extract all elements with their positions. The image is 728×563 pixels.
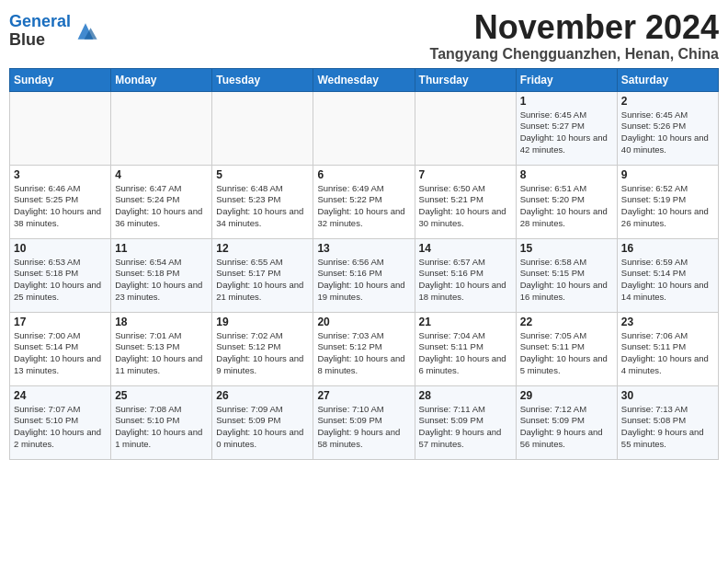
day-info: Sunrise: 6:52 AM Sunset: 5:19 PM Dayligh…: [621, 183, 714, 230]
day-number: 18: [115, 316, 208, 328]
day-info: Sunrise: 6:49 AM Sunset: 5:22 PM Dayligh…: [317, 183, 410, 230]
day-info: Sunrise: 6:46 AM Sunset: 5:25 PM Dayligh…: [14, 183, 107, 230]
day-info: Sunrise: 6:47 AM Sunset: 5:24 PM Dayligh…: [115, 183, 208, 230]
day-number: 30: [621, 389, 714, 402]
day-info: Sunrise: 7:03 AM Sunset: 5:12 PM Dayligh…: [317, 330, 410, 377]
day-number: 2: [621, 95, 714, 108]
day-number: 25: [115, 389, 208, 402]
day-number: 10: [14, 242, 107, 255]
calendar-cell: 22Sunrise: 7:05 AM Sunset: 5:11 PM Dayli…: [516, 312, 617, 385]
day-number: 13: [317, 242, 410, 255]
logo: General Blue: [9, 13, 98, 50]
day-number: 26: [216, 389, 309, 402]
calendar-cell: 7Sunrise: 6:50 AM Sunset: 5:21 PM Daylig…: [415, 165, 516, 238]
calendar-cell: 2Sunrise: 6:45 AM Sunset: 5:26 PM Daylig…: [617, 91, 718, 165]
weekday-header: Saturday: [617, 68, 718, 91]
day-number: 3: [14, 168, 107, 181]
day-info: Sunrise: 7:10 AM Sunset: 5:09 PM Dayligh…: [317, 404, 410, 451]
day-info: Sunrise: 7:06 AM Sunset: 5:11 PM Dayligh…: [621, 330, 714, 377]
calendar-cell: 13Sunrise: 6:56 AM Sunset: 5:16 PM Dayli…: [313, 238, 415, 312]
day-info: Sunrise: 7:11 AM Sunset: 5:09 PM Dayligh…: [419, 404, 512, 451]
day-info: Sunrise: 7:00 AM Sunset: 5:14 PM Dayligh…: [14, 330, 107, 377]
calendar-cell: 5Sunrise: 6:48 AM Sunset: 5:23 PM Daylig…: [212, 165, 313, 238]
day-info: Sunrise: 6:48 AM Sunset: 5:23 PM Dayligh…: [216, 183, 309, 230]
calendar-cell: 18Sunrise: 7:01 AM Sunset: 5:13 PM Dayli…: [111, 312, 212, 385]
day-number: 7: [419, 168, 512, 181]
day-info: Sunrise: 6:45 AM Sunset: 5:26 PM Dayligh…: [621, 109, 714, 156]
weekday-header: Sunday: [10, 68, 111, 91]
day-number: 16: [621, 242, 714, 255]
calendar-cell: 29Sunrise: 7:12 AM Sunset: 5:09 PM Dayli…: [516, 385, 617, 459]
calendar-cell: 23Sunrise: 7:06 AM Sunset: 5:11 PM Dayli…: [617, 312, 718, 385]
calendar-week-row: 1Sunrise: 6:45 AM Sunset: 5:27 PM Daylig…: [10, 91, 719, 165]
logo-icon: [73, 18, 98, 44]
day-info: Sunrise: 6:55 AM Sunset: 5:17 PM Dayligh…: [216, 257, 309, 304]
calendar-cell: [111, 91, 212, 165]
day-number: 15: [520, 242, 613, 255]
weekday-header: Thursday: [415, 68, 516, 91]
calendar-cell: 4Sunrise: 6:47 AM Sunset: 5:24 PM Daylig…: [111, 165, 212, 238]
calendar-cell: 27Sunrise: 7:10 AM Sunset: 5:09 PM Dayli…: [313, 385, 415, 459]
weekday-header: Wednesday: [313, 68, 415, 91]
calendar-cell: 26Sunrise: 7:09 AM Sunset: 5:09 PM Dayli…: [212, 385, 313, 459]
day-number: 12: [216, 242, 309, 255]
calendar-cell: 16Sunrise: 6:59 AM Sunset: 5:14 PM Dayli…: [617, 238, 718, 312]
day-number: 6: [317, 168, 410, 181]
day-number: 28: [419, 389, 512, 402]
day-info: Sunrise: 6:58 AM Sunset: 5:15 PM Dayligh…: [520, 257, 613, 304]
calendar-cell: 14Sunrise: 6:57 AM Sunset: 5:16 PM Dayli…: [415, 238, 516, 312]
calendar-cell: 11Sunrise: 6:54 AM Sunset: 5:18 PM Dayli…: [111, 238, 212, 312]
day-number: 11: [115, 242, 208, 255]
calendar-week-row: 3Sunrise: 6:46 AM Sunset: 5:25 PM Daylig…: [10, 165, 719, 238]
calendar-cell: [415, 91, 516, 165]
day-info: Sunrise: 7:07 AM Sunset: 5:10 PM Dayligh…: [14, 404, 107, 451]
day-number: 9: [621, 168, 714, 181]
location-title: Tangyang Chengguanzhen, Henan, China: [430, 46, 719, 63]
day-info: Sunrise: 7:01 AM Sunset: 5:13 PM Dayligh…: [115, 330, 208, 377]
day-info: Sunrise: 7:13 AM Sunset: 5:08 PM Dayligh…: [621, 404, 714, 451]
day-info: Sunrise: 7:02 AM Sunset: 5:12 PM Dayligh…: [216, 330, 309, 377]
day-number: 23: [621, 316, 714, 328]
calendar-cell: 25Sunrise: 7:08 AM Sunset: 5:10 PM Dayli…: [111, 385, 212, 459]
weekday-header: Monday: [111, 68, 212, 91]
day-info: Sunrise: 6:53 AM Sunset: 5:18 PM Dayligh…: [14, 257, 107, 304]
calendar-cell: 10Sunrise: 6:53 AM Sunset: 5:18 PM Dayli…: [10, 238, 111, 312]
page-header: General Blue November 2024 Tangyang Chen…: [9, 9, 719, 63]
calendar-cell: 9Sunrise: 6:52 AM Sunset: 5:19 PM Daylig…: [617, 165, 718, 238]
day-number: 17: [14, 316, 107, 328]
weekday-header: Tuesday: [212, 68, 313, 91]
calendar-cell: 28Sunrise: 7:11 AM Sunset: 5:09 PM Dayli…: [415, 385, 516, 459]
day-info: Sunrise: 7:05 AM Sunset: 5:11 PM Dayligh…: [520, 330, 613, 377]
calendar-week-row: 24Sunrise: 7:07 AM Sunset: 5:10 PM Dayli…: [10, 385, 719, 459]
logo-text: General Blue: [9, 13, 71, 50]
title-block: November 2024 Tangyang Chengguanzhen, He…: [430, 9, 719, 63]
day-info: Sunrise: 6:54 AM Sunset: 5:18 PM Dayligh…: [115, 257, 208, 304]
calendar-cell: 12Sunrise: 6:55 AM Sunset: 5:17 PM Dayli…: [212, 238, 313, 312]
calendar-cell: [313, 91, 415, 165]
day-info: Sunrise: 6:59 AM Sunset: 5:14 PM Dayligh…: [621, 257, 714, 304]
day-number: 29: [520, 389, 613, 402]
day-info: Sunrise: 6:57 AM Sunset: 5:16 PM Dayligh…: [419, 257, 512, 304]
calendar-week-row: 17Sunrise: 7:00 AM Sunset: 5:14 PM Dayli…: [10, 312, 719, 385]
day-number: 19: [216, 316, 309, 328]
day-number: 14: [419, 242, 512, 255]
day-info: Sunrise: 7:09 AM Sunset: 5:09 PM Dayligh…: [216, 404, 309, 451]
month-title: November 2024: [430, 9, 719, 46]
calendar-cell: 6Sunrise: 6:49 AM Sunset: 5:22 PM Daylig…: [313, 165, 415, 238]
day-number: 22: [520, 316, 613, 328]
calendar-cell: [212, 91, 313, 165]
day-number: 20: [317, 316, 410, 328]
weekday-header: Friday: [516, 68, 617, 91]
day-number: 8: [520, 168, 613, 181]
day-number: 21: [419, 316, 512, 328]
day-info: Sunrise: 7:12 AM Sunset: 5:09 PM Dayligh…: [520, 404, 613, 451]
day-number: 24: [14, 389, 107, 402]
day-info: Sunrise: 6:50 AM Sunset: 5:21 PM Dayligh…: [419, 183, 512, 230]
calendar-cell: 17Sunrise: 7:00 AM Sunset: 5:14 PM Dayli…: [10, 312, 111, 385]
calendar-cell: [10, 91, 111, 165]
calendar-cell: 30Sunrise: 7:13 AM Sunset: 5:08 PM Dayli…: [617, 385, 718, 459]
calendar-cell: 19Sunrise: 7:02 AM Sunset: 5:12 PM Dayli…: [212, 312, 313, 385]
day-number: 1: [520, 95, 613, 108]
calendar-cell: 3Sunrise: 6:46 AM Sunset: 5:25 PM Daylig…: [10, 165, 111, 238]
weekday-header-row: SundayMondayTuesdayWednesdayThursdayFrid…: [10, 68, 719, 91]
